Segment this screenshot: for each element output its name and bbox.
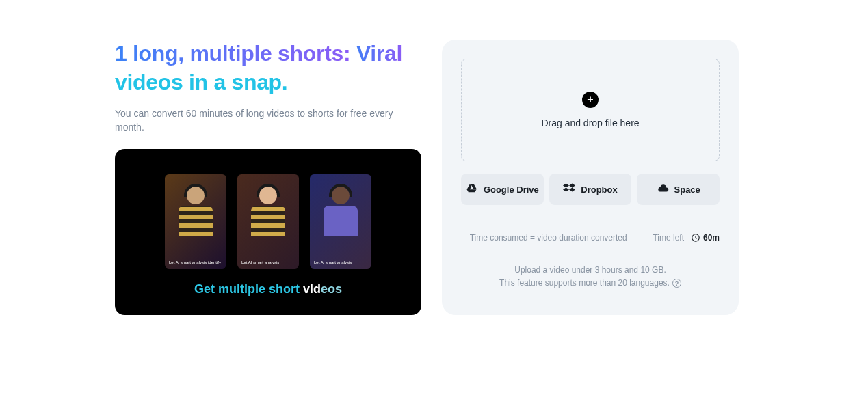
info-row: Time consumed = video duration converted…	[461, 228, 720, 247]
limits-line1: Upload a video under 3 hours and 10 GB.	[499, 264, 681, 277]
short-caption: Let AI smart analysis	[314, 260, 352, 264]
headline: 1 long, multiple shorts: Viral videos in…	[115, 40, 421, 96]
shorts-row: Let AI smart analysis identify Let AI sm…	[165, 174, 371, 269]
short-caption: Let AI smart analysis identify	[169, 260, 221, 264]
time-left-block: Time left 60m	[653, 233, 720, 243]
google-drive-icon	[466, 182, 478, 197]
subtext: You can convert 60 minutes of long video…	[115, 107, 409, 134]
short-caption: Let AI smart analysis	[241, 260, 279, 264]
headline-tail: videos in a snap.	[115, 70, 287, 94]
short-card: Let AI smart analysis identify	[165, 174, 226, 269]
space-button[interactable]: Space	[637, 174, 720, 205]
short-card: Let AI smart analysis	[310, 174, 371, 269]
upload-panel: + Drag and drop file here Google Drive D…	[442, 40, 739, 315]
google-drive-label: Google Drive	[484, 184, 539, 195]
preview-caption: Get multiple short videos	[194, 282, 342, 297]
dropzone[interactable]: + Drag and drop file here	[461, 59, 720, 161]
cloud-icon	[657, 182, 669, 197]
dropbox-label: Dropbox	[581, 184, 617, 195]
dropzone-text: Drag and drop file here	[541, 118, 639, 128]
dropbox-button[interactable]: Dropbox	[549, 174, 632, 205]
limits-text: Upload a video under 3 hours and 10 GB. …	[499, 264, 681, 290]
time-left-label: Time left	[653, 233, 684, 243]
time-consumed-text: Time consumed = video duration converted	[461, 232, 635, 244]
clock-icon	[691, 233, 700, 243]
time-left-value: 60m	[703, 233, 720, 243]
source-row: Google Drive Dropbox Space	[461, 174, 720, 205]
limits-line2: This feature supports more than 20 langu…	[499, 277, 670, 290]
help-icon[interactable]: ?	[672, 279, 681, 288]
google-drive-button[interactable]: Google Drive	[461, 174, 544, 205]
preview-video: Let AI smart analysis identify Let AI sm…	[115, 149, 421, 315]
left-panel: 1 long, multiple shorts: Viral videos in…	[115, 40, 421, 315]
headline-accent: 1 long, multiple shorts:	[115, 41, 350, 66]
space-label: Space	[674, 184, 700, 195]
plus-icon: +	[582, 92, 599, 108]
time-left-pill: 60m	[691, 233, 720, 243]
headline-accent-2: Viral	[350, 41, 402, 66]
dropbox-icon	[563, 182, 575, 197]
short-card: Let AI smart analysis	[237, 174, 299, 269]
divider	[644, 228, 644, 247]
